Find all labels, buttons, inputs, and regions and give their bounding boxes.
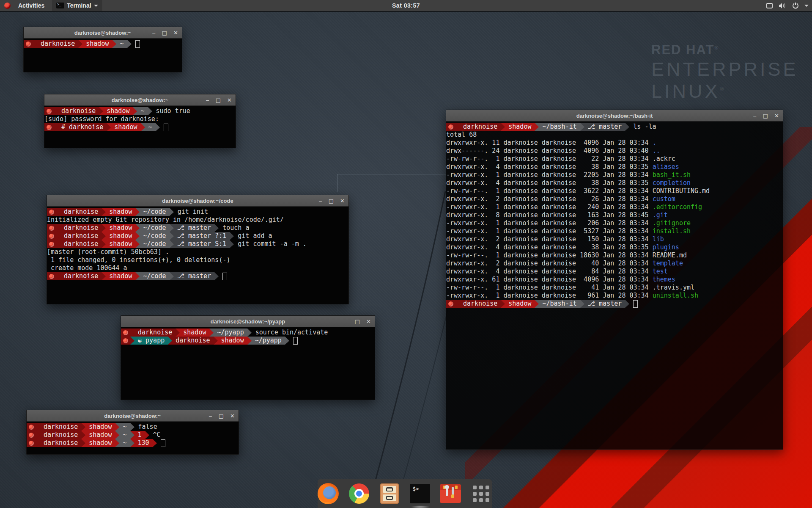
rhel-brand-line3: LINUX®: [651, 80, 798, 102]
close-button[interactable]: ✕: [227, 97, 232, 103]
powerline-separator: [170, 232, 174, 240]
volume-icon[interactable]: [779, 3, 787, 9]
output-text: Initialized empty Git repository in /hom…: [47, 216, 284, 224]
redhat-prompt-icon: [49, 234, 54, 239]
minimize-button[interactable]: ‒: [209, 413, 212, 419]
file-name: uninstall.sh: [653, 292, 698, 300]
top-bar: Activities >_ Terminal Sat 03:57: [0, 0, 812, 12]
title-bar[interactable]: darknoise@shadow:~‒□✕: [24, 27, 182, 39]
file-attributes: -rwxrwxr-x. 1 darknoise darknoise 2205 J…: [446, 171, 653, 179]
terminal-content[interactable]: darknoiseshadow~ falsedarknoiseshadow~1 …: [27, 422, 239, 454]
powerline-separator: [81, 439, 85, 447]
redhat-prompt-icon: [47, 125, 52, 130]
terminal-content[interactable]: darknoiseshadow~/bash-it⎇ master ls -lat…: [446, 121, 783, 449]
activities-button[interactable]: Activities: [16, 2, 46, 9]
command-text: sudo true: [152, 107, 190, 115]
rhel-brand-line2: ENTERPRISE: [651, 58, 798, 80]
minimize-button[interactable]: ‒: [152, 30, 156, 36]
firefox-icon: [318, 483, 339, 504]
prompt-segment-icon: [47, 208, 56, 216]
powerline-separator: [127, 40, 132, 48]
prompt-segment-icon: [44, 107, 54, 115]
maximize-button[interactable]: □: [219, 413, 224, 419]
powerline-separator: [56, 208, 60, 216]
powerline-separator: [130, 431, 134, 439]
file-name: .editorconfig: [653, 203, 702, 211]
window-icon[interactable]: [766, 3, 773, 9]
file-name: test: [653, 268, 668, 276]
terminal-window-darknoise-shadow-: darknoise@shadow:~‒□✕darknoiseshadow~: [23, 27, 182, 72]
maximize-button[interactable]: □: [355, 319, 360, 324]
prompt-line: darknoiseshadow~/pyapp source bin/activa…: [121, 329, 375, 337]
powerline-separator: [115, 439, 119, 447]
terminal-content[interactable]: darknoiseshadow~/code git initInitialize…: [47, 207, 348, 304]
terminal-content[interactable]: darknoiseshadow~/pyapp source bin/activa…: [121, 327, 375, 400]
maximize-button[interactable]: □: [216, 97, 221, 103]
minimize-button[interactable]: ‒: [753, 113, 757, 119]
prompt-segment-path: ~/code: [140, 232, 169, 240]
clock[interactable]: Sat 03:57: [392, 2, 420, 9]
power-icon[interactable]: [792, 2, 799, 9]
dock-item-terminal[interactable]: $>: [409, 483, 431, 505]
powerline-separator: [209, 329, 214, 337]
prompt-segment-git: ⎇ master: [584, 300, 625, 308]
powerline-separator: [168, 337, 172, 345]
prompt-segment-exit: 1: [134, 431, 145, 439]
dock-item-show-applications[interactable]: [471, 483, 492, 505]
app-menu-terminal[interactable]: >_ Terminal: [52, 0, 102, 11]
minimize-button[interactable]: ‒: [319, 198, 322, 204]
prompt-segment-host: shadow: [111, 123, 140, 131]
dock-item-firefox[interactable]: [318, 483, 339, 505]
command-text: ^C: [149, 431, 161, 439]
file-list-row: drwxrwxr-x. 4 darknoise darknoise 38 Jan…: [446, 243, 783, 251]
close-button[interactable]: ✕: [366, 319, 371, 324]
title-bar[interactable]: darknoise@shadow:~‒□✕: [27, 410, 239, 422]
title-bar[interactable]: darknoise@shadow:~‒□✕: [44, 94, 236, 106]
dock-item-google-chrome[interactable]: [348, 483, 369, 505]
command-text: git add a: [234, 232, 272, 240]
maximize-button[interactable]: □: [763, 113, 768, 119]
file-list-row: drwxrwxr-x. 2 darknoise darknoise 150 Ja…: [446, 235, 783, 243]
powerline-separator: [455, 300, 460, 308]
prompt-segment-host: shadow: [505, 123, 535, 131]
dock-item-toolbox[interactable]: [440, 483, 461, 505]
file-name: bash_it.sh: [653, 171, 691, 179]
chevron-down-icon[interactable]: [804, 5, 809, 7]
title-bar[interactable]: darknoise@shadow:~/code‒□✕: [47, 195, 348, 207]
system-status-area[interactable]: [766, 0, 809, 11]
file-name: plugins: [653, 243, 679, 251]
file-name: completion: [653, 179, 691, 187]
file-attributes: drwxrwxr-x. 8 darknoise darknoise 163 Ja…: [446, 211, 653, 219]
minimize-button[interactable]: ‒: [206, 97, 209, 103]
close-button[interactable]: ✕: [173, 30, 178, 36]
file-attributes: drwxrwxr-x. 2 darknoise darknoise 40 Jan…: [446, 260, 653, 268]
title-bar[interactable]: darknoise@shadow:~/bash-it‒□✕: [446, 110, 783, 121]
minimize-button[interactable]: ‒: [345, 319, 348, 324]
prompt-segment-host: shadow: [106, 232, 135, 240]
close-button[interactable]: ✕: [230, 413, 235, 419]
powerline-separator: [135, 240, 140, 248]
prompt-line: darknoiseshadow~/code⎇ master S:1 git co…: [47, 240, 348, 248]
terminal-window-darknoise-shadow-: darknoise@shadow:~‒□✕darknoiseshadow~ fa…: [26, 410, 239, 455]
prompt-segment-user: darknoise: [60, 208, 102, 216]
title-bar[interactable]: darknoise@shadow:~/pyapp‒□✕: [121, 316, 375, 327]
prompt-segment-path: ~/pyapp: [214, 329, 247, 337]
prompt-segment-icon: [47, 224, 56, 232]
terminal-content[interactable]: darknoiseshadow~ sudo true[sudo] passwor…: [44, 106, 236, 148]
powerline-separator: [535, 123, 539, 131]
terminal-content[interactable]: darknoiseshadow~: [24, 39, 182, 72]
prompt-line: darknoiseshadow~ sudo true: [44, 107, 236, 115]
file-list-row: drwxrwxr-x. 2 darknoise darknoise 40 Jan…: [446, 260, 783, 268]
maximize-button[interactable]: □: [329, 198, 334, 204]
file-attributes: -rwxrwxr-x. 1 darknoise darknoise 961 Ja…: [446, 292, 653, 300]
prompt-segment-path: ~: [119, 439, 130, 447]
powerline-separator: [115, 423, 119, 431]
maximize-button[interactable]: □: [162, 30, 167, 36]
close-button[interactable]: ✕: [340, 198, 345, 204]
close-button[interactable]: ✕: [774, 113, 779, 119]
powerline-separator: [214, 224, 219, 232]
file-name: README.md: [653, 251, 687, 260]
dock-item-files[interactable]: [379, 483, 400, 505]
file-list-row: drwxrwxr-x. 11 darknoise darknoise 4096 …: [446, 139, 783, 147]
file-name: custom: [653, 195, 675, 203]
